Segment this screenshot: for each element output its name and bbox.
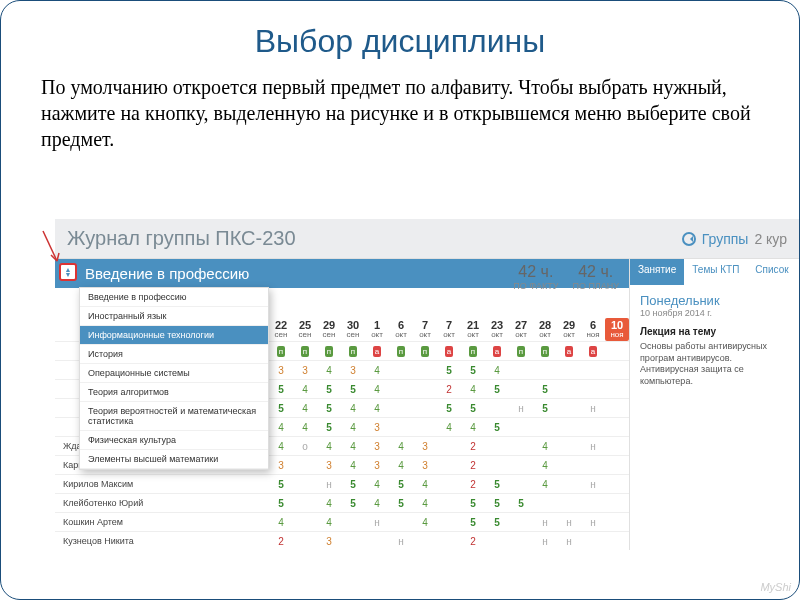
- grade-cell[interactable]: 2: [461, 441, 485, 452]
- grade-cell[interactable]: 4: [269, 517, 293, 528]
- grade-cell[interactable]: 5: [317, 384, 341, 395]
- date-column[interactable]: 7окт: [437, 318, 461, 341]
- date-column[interactable]: 1окт: [365, 318, 389, 341]
- grade-cell[interactable]: 3: [365, 460, 389, 471]
- grade-cell[interactable]: н: [533, 536, 557, 547]
- grade-cell[interactable]: 5: [341, 479, 365, 490]
- date-column[interactable]: 29сен: [317, 318, 341, 341]
- grade-cell[interactable]: 5: [461, 403, 485, 414]
- grade-cell[interactable]: н: [581, 403, 605, 414]
- grade-cell[interactable]: 3: [317, 536, 341, 547]
- grade-cell[interactable]: 4: [341, 460, 365, 471]
- date-column[interactable]: 25сен: [293, 318, 317, 341]
- dropdown-item[interactable]: Физическая культура: [80, 431, 268, 450]
- grade-cell[interactable]: 4: [485, 365, 509, 376]
- dropdown-item[interactable]: Теория вероятностей и математическая ста…: [80, 402, 268, 431]
- grade-cell[interactable]: 4: [461, 384, 485, 395]
- date-column[interactable]: 23окт: [485, 318, 509, 341]
- grade-cell[interactable]: 4: [293, 384, 317, 395]
- back-icon[interactable]: [682, 232, 696, 246]
- grade-cell[interactable]: 4: [365, 479, 389, 490]
- grade-cell[interactable]: 3: [413, 460, 437, 471]
- date-column[interactable]: 6ноя: [581, 318, 605, 341]
- grade-cell[interactable]: 5: [269, 498, 293, 509]
- date-column[interactable]: 6окт: [389, 318, 413, 341]
- grade-cell[interactable]: 2: [461, 479, 485, 490]
- grade-cell[interactable]: 5: [533, 403, 557, 414]
- grade-cell[interactable]: 4: [341, 403, 365, 414]
- grade-cell[interactable]: 5: [269, 403, 293, 414]
- grade-cell[interactable]: 5: [437, 403, 461, 414]
- grade-cell[interactable]: 5: [269, 479, 293, 490]
- grade-cell[interactable]: 5: [485, 517, 509, 528]
- dropdown-item[interactable]: Элементы высшей математики: [80, 450, 268, 469]
- date-column[interactable]: 21окт: [461, 318, 485, 341]
- grade-cell[interactable]: 2: [461, 460, 485, 471]
- grade-cell[interactable]: 3: [269, 460, 293, 471]
- tab[interactable]: Темы КТП: [684, 259, 747, 285]
- grade-cell[interactable]: н: [557, 517, 581, 528]
- grade-cell[interactable]: 5: [509, 498, 533, 509]
- grade-cell[interactable]: 5: [317, 403, 341, 414]
- grade-cell[interactable]: 4: [365, 498, 389, 509]
- grade-cell[interactable]: н: [389, 536, 413, 547]
- grade-cell[interactable]: н: [533, 517, 557, 528]
- grade-cell[interactable]: 4: [533, 460, 557, 471]
- grade-cell[interactable]: 4: [533, 479, 557, 490]
- grade-cell[interactable]: 3: [341, 365, 365, 376]
- grade-cell[interactable]: н: [581, 517, 605, 528]
- grade-cell[interactable]: 2: [269, 536, 293, 547]
- grade-cell[interactable]: н: [581, 479, 605, 490]
- grade-cell[interactable]: 4: [413, 498, 437, 509]
- dropdown-item[interactable]: История: [80, 345, 268, 364]
- grade-cell[interactable]: 3: [293, 365, 317, 376]
- dropdown-item[interactable]: Теория алгоритмов: [80, 383, 268, 402]
- grade-cell[interactable]: 5: [461, 365, 485, 376]
- grade-cell[interactable]: 5: [341, 384, 365, 395]
- grade-cell[interactable]: 4: [413, 479, 437, 490]
- grade-cell[interactable]: н: [509, 403, 533, 414]
- grade-cell[interactable]: 4: [341, 422, 365, 433]
- grade-cell[interactable]: 5: [461, 498, 485, 509]
- grade-cell[interactable]: 2: [437, 384, 461, 395]
- date-column[interactable]: 28окт: [533, 318, 557, 341]
- grade-cell[interactable]: 5: [533, 384, 557, 395]
- grade-cell[interactable]: н: [581, 441, 605, 452]
- grade-cell[interactable]: 4: [365, 384, 389, 395]
- date-column[interactable]: 7окт: [413, 318, 437, 341]
- date-column[interactable]: 10ноя: [605, 318, 629, 341]
- grade-cell[interactable]: 4: [461, 422, 485, 433]
- grade-cell[interactable]: 3: [413, 441, 437, 452]
- subject-dropdown-toggle[interactable]: ▲ ▼: [59, 263, 77, 281]
- grade-cell[interactable]: 5: [485, 422, 509, 433]
- grade-cell[interactable]: 3: [317, 460, 341, 471]
- breadcrumb-groups[interactable]: Группы: [702, 231, 749, 247]
- grade-cell[interactable]: 4: [269, 422, 293, 433]
- grade-cell[interactable]: 2: [461, 536, 485, 547]
- grade-cell[interactable]: 5: [269, 384, 293, 395]
- grade-cell[interactable]: 5: [485, 498, 509, 509]
- date-column[interactable]: 29окт: [557, 318, 581, 341]
- dropdown-item[interactable]: Операционные системы: [80, 364, 268, 383]
- grade-cell[interactable]: 3: [269, 365, 293, 376]
- tab[interactable]: Список: [747, 259, 796, 285]
- grade-cell[interactable]: н: [365, 517, 389, 528]
- dropdown-item[interactable]: Введение в профессию: [80, 288, 268, 307]
- grade-cell[interactable]: 4: [293, 403, 317, 414]
- grade-cell[interactable]: 4: [437, 422, 461, 433]
- grade-cell[interactable]: 3: [365, 422, 389, 433]
- date-column[interactable]: 30сен: [341, 318, 365, 341]
- grade-cell[interactable]: 5: [485, 479, 509, 490]
- grade-cell[interactable]: 4: [317, 517, 341, 528]
- grade-cell[interactable]: 4: [533, 441, 557, 452]
- grade-cell[interactable]: 4: [341, 441, 365, 452]
- grade-cell[interactable]: 4: [293, 422, 317, 433]
- grade-cell[interactable]: 4: [365, 403, 389, 414]
- grade-cell[interactable]: 4: [317, 441, 341, 452]
- grade-cell[interactable]: 5: [341, 498, 365, 509]
- grade-cell[interactable]: 4: [317, 365, 341, 376]
- grade-cell[interactable]: 5: [437, 365, 461, 376]
- grade-cell[interactable]: 5: [389, 479, 413, 490]
- grade-cell[interactable]: о: [293, 441, 317, 452]
- grade-cell[interactable]: 4: [413, 517, 437, 528]
